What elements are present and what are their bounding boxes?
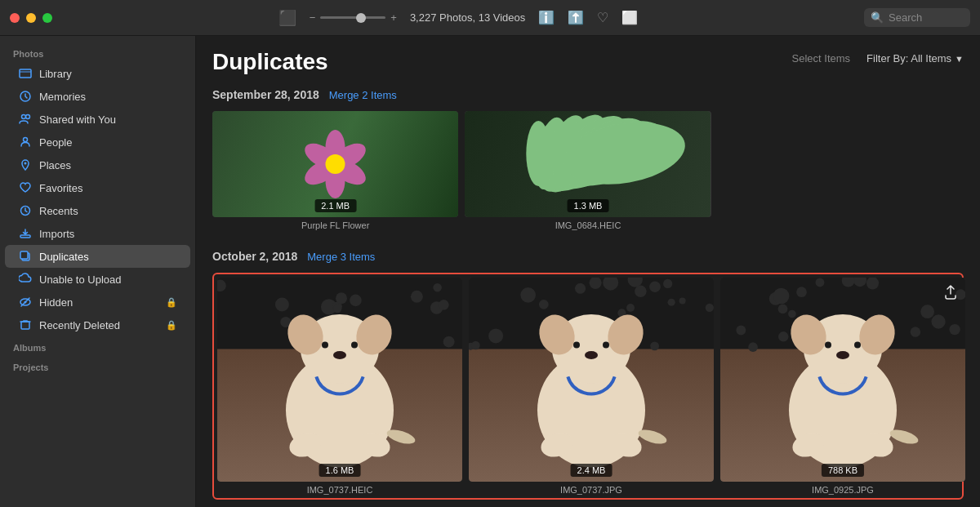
library-icon: [18, 66, 33, 81]
sidebar-item-memories[interactable]: Memories: [5, 85, 190, 108]
section-header-oct2: October 2, 2018 Merge 3 Items: [212, 243, 964, 263]
size-badge-img0684: 1.3 MB: [568, 199, 609, 212]
favorites-icon: [18, 180, 33, 195]
zoom-thumb[interactable]: [356, 13, 366, 23]
photo-row-sep28: 2.1 MB Purple FL Flower 1.3 MB IMG_0684.…: [212, 111, 964, 230]
sidebar-item-people[interactable]: People: [5, 131, 190, 153]
size-badge-img0737-jpg: 2.4 MB: [571, 464, 612, 477]
places-icon: [18, 158, 33, 172]
photo-cell-img0925: 788 KB IMG_0925.JPG: [720, 278, 965, 495]
zoom-controls: − +: [310, 11, 397, 24]
select-items-button[interactable]: Select Items: [786, 49, 858, 68]
unable-upload-icon: [18, 272, 33, 287]
sidebar-item-shared-with-you[interactable]: Shared with You: [5, 108, 190, 131]
section-header-sep28: September 28, 2018 Merge 2 Items: [212, 82, 964, 101]
duplicates-icon: [18, 249, 33, 264]
sidebar-item-places[interactable]: Places: [5, 153, 190, 176]
imports-icon: [18, 226, 33, 241]
merge-button-sep28[interactable]: Merge 2 Items: [329, 89, 397, 101]
zoom-minus[interactable]: −: [310, 11, 316, 24]
section-oct2: October 2, 2018 Merge 3 Items 1.6 MB IMG…: [196, 243, 980, 507]
sidebar-item-recents[interactable]: Recents: [5, 199, 190, 222]
svg-rect-12: [21, 322, 29, 329]
dog-image-3: [720, 278, 965, 482]
size-badge-img0925: 788 KB: [822, 464, 864, 477]
photo-cell-purple-flower: 2.1 MB Purple FL Flower: [212, 111, 458, 230]
main-layout: Photos Library Memories Shared with You …: [0, 36, 980, 507]
photo-cell-img0737-jpg: 2.4 MB IMG_0737.JPG: [469, 278, 714, 495]
favorites-label: Favorites: [39, 182, 177, 194]
search-icon: 🔍: [871, 11, 884, 24]
photo-label-img0737-heic: IMG_0737.HEIC: [307, 485, 373, 495]
minimize-button[interactable]: [26, 13, 36, 23]
recents-icon: [18, 203, 33, 218]
content-header: Duplicates Select Items Filter By: All I…: [196, 36, 980, 82]
titlebar-center: ⬛ − + 3,227 Photos, 13 Videos ℹ️ ⬆️ ♡ ⬜: [52, 9, 864, 27]
photo-thumb-img0684[interactable]: 1.3 MB: [465, 111, 710, 217]
selected-photo-row-oct2: 1.6 MB IMG_0737.HEIC 2.4 MB IMG_0737.JPG: [212, 273, 964, 500]
zoom-slider[interactable]: [320, 16, 385, 19]
content-area: Duplicates Select Items Filter By: All I…: [196, 36, 980, 507]
people-icon: [18, 135, 33, 149]
search-input[interactable]: [889, 11, 964, 24]
sidebar-item-library[interactable]: Library: [5, 62, 190, 85]
hidden-label: Hidden: [39, 296, 159, 309]
sidebar-item-imports[interactable]: Imports: [5, 222, 190, 245]
photo-label-img0737-jpg: IMG_0737.JPG: [560, 485, 622, 495]
section-date-oct2: October 2, 2018: [212, 250, 297, 263]
section-date-sep28: September 28, 2018: [212, 88, 319, 101]
recently-deleted-lock-icon: 🔒: [166, 320, 177, 331]
photo-thumb-img0737-jpg[interactable]: 2.4 MB: [469, 278, 714, 482]
zoom-plus[interactable]: +: [390, 11, 397, 24]
window-icon[interactable]: ⬜: [621, 10, 638, 25]
section-sep28: September 28, 2018 Merge 2 Items 2.1 MB …: [196, 82, 980, 243]
favorite-icon[interactable]: ♡: [597, 10, 608, 25]
sidebar-item-duplicates[interactable]: Duplicates: [5, 245, 190, 268]
sidebar-item-hidden[interactable]: Hidden 🔒: [5, 291, 190, 314]
sidebar-item-unable-to-upload[interactable]: Unable to Upload: [5, 268, 190, 291]
photo-count: 3,227 Photos, 13 Videos: [410, 11, 525, 24]
people-label: People: [39, 136, 177, 149]
traffic-lights: [10, 13, 52, 23]
unable-upload-label: Unable to Upload: [39, 274, 177, 286]
dog-image-1: [217, 278, 462, 482]
search-box[interactable]: 🔍: [864, 8, 970, 27]
photo-cell-img0737-heic: 1.6 MB IMG_0737.HEIC: [217, 278, 462, 495]
shared-icon: [18, 112, 33, 127]
photo-thumb-img0925[interactable]: 788 KB: [720, 278, 965, 482]
merge-button-oct2[interactable]: Merge 3 Items: [307, 251, 375, 263]
sidebar: Photos Library Memories Shared with You …: [0, 36, 196, 507]
recently-deleted-label: Recently Deleted: [39, 319, 159, 331]
page-title: Duplicates: [212, 49, 328, 75]
size-badge-img0737-heic: 1.6 MB: [319, 464, 361, 477]
sidebar-item-favorites[interactable]: Favorites: [5, 176, 190, 199]
memories-label: Memories: [39, 91, 177, 103]
hidden-icon: [18, 295, 33, 309]
places-label: Places: [39, 159, 177, 171]
filter-dropdown[interactable]: Filter By: All Items ▼: [866, 52, 964, 64]
memories-icon: [18, 89, 33, 104]
slideshow-icon[interactable]: ⬛: [278, 9, 296, 27]
share-icon[interactable]: ⬆️: [568, 10, 584, 25]
sidebar-item-recently-deleted[interactable]: Recently Deleted 🔒: [5, 314, 190, 336]
maximize-button[interactable]: [42, 13, 52, 23]
photo-thumb-purple-flower[interactable]: 2.1 MB: [212, 111, 458, 217]
recently-deleted-icon: [18, 318, 33, 332]
duplicates-label: Duplicates: [39, 251, 177, 263]
upload-icon: [942, 284, 959, 304]
titlebar: ⬛ − + 3,227 Photos, 13 Videos ℹ️ ⬆️ ♡ ⬜ …: [0, 0, 980, 36]
photo-thumb-img0737-heic[interactable]: 1.6 MB: [217, 278, 462, 482]
filter-label: Filter By: All Items: [866, 52, 951, 64]
svg-rect-9: [20, 251, 28, 259]
svg-point-4: [24, 138, 28, 142]
photo-label-img0925: IMG_0925.JPG: [812, 485, 874, 495]
sidebar-section-photos: Photos: [0, 42, 195, 62]
info-icon[interactable]: ℹ️: [538, 10, 555, 25]
photo-label-purple-flower: Purple FL Flower: [301, 220, 369, 230]
photo-label-img0684: IMG_0684.HEIC: [555, 220, 621, 230]
filter-chevron-icon: ▼: [955, 54, 964, 64]
close-button[interactable]: [10, 13, 20, 23]
hidden-lock-icon: 🔒: [166, 297, 177, 308]
sidebar-section-projects: Projects: [0, 356, 195, 376]
imports-label: Imports: [39, 228, 177, 240]
